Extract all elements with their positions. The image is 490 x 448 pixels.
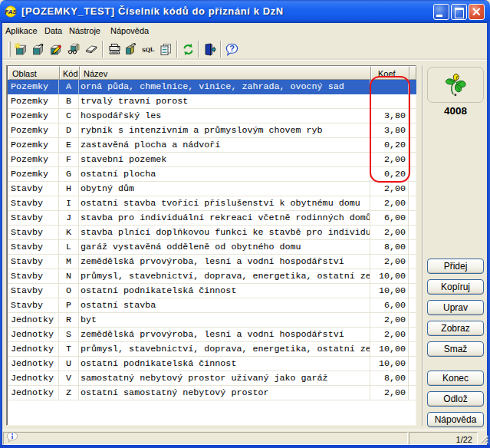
svg-text:FAS: FAS — [5, 8, 17, 15]
svg-text:?: ? — [229, 44, 235, 53]
svg-text:SQL: SQL — [142, 46, 155, 54]
